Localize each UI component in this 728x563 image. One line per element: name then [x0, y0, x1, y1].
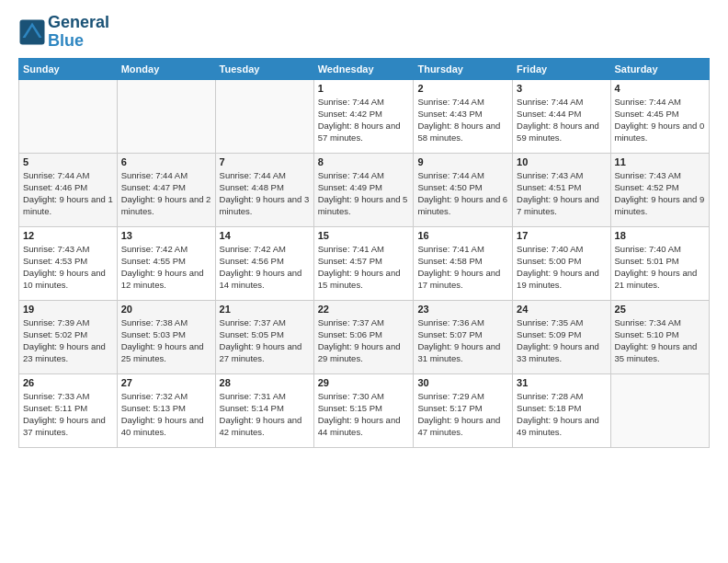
day-number: 21	[220, 304, 310, 315]
weekday-row: SundayMondayTuesdayWednesdayThursdayFrid…	[19, 58, 710, 79]
day-info: Sunrise: 7:39 AM Sunset: 5:02 PM Dayligh…	[23, 316, 113, 365]
day-info: Sunrise: 7:35 AM Sunset: 5:09 PM Dayligh…	[517, 316, 606, 365]
calendar-cell: 11Sunrise: 7:43 AM Sunset: 4:52 PM Dayli…	[610, 153, 709, 226]
day-info: Sunrise: 7:40 AM Sunset: 5:01 PM Dayligh…	[615, 243, 705, 292]
day-number: 1	[318, 83, 410, 94]
weekday-header: Sunday	[19, 58, 118, 79]
day-info: Sunrise: 7:31 AM Sunset: 5:14 PM Dayligh…	[220, 390, 310, 439]
calendar-cell: 8Sunrise: 7:44 AM Sunset: 4:49 PM Daylig…	[313, 153, 414, 226]
day-number: 14	[220, 230, 310, 241]
calendar-cell: 31Sunrise: 7:28 AM Sunset: 5:18 PM Dayli…	[513, 373, 610, 447]
calendar-cell: 22Sunrise: 7:37 AM Sunset: 5:06 PM Dayli…	[313, 300, 414, 373]
day-info: Sunrise: 7:32 AM Sunset: 5:13 PM Dayligh…	[121, 390, 211, 439]
day-number: 12	[23, 230, 113, 241]
calendar-cell: 23Sunrise: 7:36 AM Sunset: 5:07 PM Dayli…	[414, 300, 513, 373]
calendar-week-row: 26Sunrise: 7:33 AM Sunset: 5:11 PM Dayli…	[19, 373, 710, 447]
day-number: 19	[23, 304, 113, 315]
day-info: Sunrise: 7:28 AM Sunset: 5:18 PM Dayligh…	[517, 390, 606, 439]
day-number: 16	[417, 230, 508, 241]
calendar-cell	[117, 79, 215, 153]
header: General Blue	[18, 14, 710, 51]
day-number: 26	[23, 377, 113, 388]
logo: General Blue	[18, 14, 109, 51]
day-number: 25	[615, 304, 705, 315]
day-info: Sunrise: 7:33 AM Sunset: 5:11 PM Dayligh…	[23, 390, 113, 439]
calendar-cell: 10Sunrise: 7:43 AM Sunset: 4:51 PM Dayli…	[513, 153, 610, 226]
day-number: 18	[615, 230, 705, 241]
day-info: Sunrise: 7:37 AM Sunset: 5:06 PM Dayligh…	[318, 316, 410, 365]
calendar-cell: 29Sunrise: 7:30 AM Sunset: 5:15 PM Dayli…	[313, 373, 414, 447]
day-info: Sunrise: 7:44 AM Sunset: 4:48 PM Dayligh…	[220, 169, 310, 218]
day-info: Sunrise: 7:42 AM Sunset: 4:55 PM Dayligh…	[121, 243, 211, 292]
day-info: Sunrise: 7:36 AM Sunset: 5:07 PM Dayligh…	[417, 316, 508, 365]
day-number: 22	[318, 304, 410, 315]
calendar-week-row: 5Sunrise: 7:44 AM Sunset: 4:46 PM Daylig…	[19, 153, 710, 226]
logo-icon	[18, 18, 46, 46]
day-number: 13	[121, 230, 211, 241]
day-number: 30	[417, 377, 508, 388]
calendar-cell: 18Sunrise: 7:40 AM Sunset: 5:01 PM Dayli…	[610, 226, 709, 300]
calendar-cell	[19, 79, 118, 153]
day-info: Sunrise: 7:40 AM Sunset: 5:00 PM Dayligh…	[517, 243, 606, 292]
day-number: 4	[615, 83, 705, 94]
weekday-header: Wednesday	[313, 58, 414, 79]
calendar-cell	[610, 373, 709, 447]
calendar-week-row: 12Sunrise: 7:43 AM Sunset: 4:53 PM Dayli…	[19, 226, 710, 300]
day-number: 6	[121, 156, 211, 167]
weekday-header: Friday	[513, 58, 610, 79]
day-info: Sunrise: 7:44 AM Sunset: 4:45 PM Dayligh…	[615, 96, 705, 144]
calendar-cell: 30Sunrise: 7:29 AM Sunset: 5:17 PM Dayli…	[414, 373, 513, 447]
day-number: 27	[121, 377, 211, 388]
calendar-cell: 24Sunrise: 7:35 AM Sunset: 5:09 PM Dayli…	[513, 300, 610, 373]
calendar-cell: 25Sunrise: 7:34 AM Sunset: 5:10 PM Dayli…	[610, 300, 709, 373]
day-number: 31	[517, 377, 606, 388]
calendar: SundayMondayTuesdayWednesdayThursdayFrid…	[18, 58, 710, 448]
calendar-cell: 7Sunrise: 7:44 AM Sunset: 4:48 PM Daylig…	[215, 153, 313, 226]
calendar-cell: 15Sunrise: 7:41 AM Sunset: 4:57 PM Dayli…	[313, 226, 414, 300]
day-info: Sunrise: 7:41 AM Sunset: 4:57 PM Dayligh…	[318, 243, 410, 292]
day-info: Sunrise: 7:44 AM Sunset: 4:49 PM Dayligh…	[318, 169, 410, 218]
day-number: 5	[23, 156, 113, 167]
day-info: Sunrise: 7:44 AM Sunset: 4:46 PM Dayligh…	[23, 169, 113, 218]
weekday-header: Saturday	[610, 58, 709, 79]
day-info: Sunrise: 7:44 AM Sunset: 4:43 PM Dayligh…	[417, 96, 508, 144]
day-number: 24	[517, 304, 606, 315]
logo-text: General Blue	[48, 14, 109, 51]
calendar-cell	[215, 79, 313, 153]
day-info: Sunrise: 7:44 AM Sunset: 4:42 PM Dayligh…	[318, 96, 410, 144]
day-info: Sunrise: 7:44 AM Sunset: 4:47 PM Dayligh…	[121, 169, 211, 218]
calendar-cell: 1Sunrise: 7:44 AM Sunset: 4:42 PM Daylig…	[313, 79, 414, 153]
calendar-cell: 3Sunrise: 7:44 AM Sunset: 4:44 PM Daylig…	[513, 79, 610, 153]
calendar-cell: 9Sunrise: 7:44 AM Sunset: 4:50 PM Daylig…	[414, 153, 513, 226]
day-info: Sunrise: 7:37 AM Sunset: 5:05 PM Dayligh…	[220, 316, 310, 365]
calendar-cell: 26Sunrise: 7:33 AM Sunset: 5:11 PM Dayli…	[19, 373, 118, 447]
calendar-cell: 28Sunrise: 7:31 AM Sunset: 5:14 PM Dayli…	[215, 373, 313, 447]
weekday-header: Monday	[117, 58, 215, 79]
day-info: Sunrise: 7:41 AM Sunset: 4:58 PM Dayligh…	[417, 243, 508, 292]
day-info: Sunrise: 7:42 AM Sunset: 4:56 PM Dayligh…	[220, 243, 310, 292]
day-number: 15	[318, 230, 410, 241]
calendar-cell: 4Sunrise: 7:44 AM Sunset: 4:45 PM Daylig…	[610, 79, 709, 153]
calendar-cell: 2Sunrise: 7:44 AM Sunset: 4:43 PM Daylig…	[414, 79, 513, 153]
page: General Blue SundayMondayTuesdayWednesda…	[0, 0, 728, 563]
calendar-cell: 12Sunrise: 7:43 AM Sunset: 4:53 PM Dayli…	[19, 226, 118, 300]
day-number: 28	[220, 377, 310, 388]
calendar-cell: 14Sunrise: 7:42 AM Sunset: 4:56 PM Dayli…	[215, 226, 313, 300]
day-number: 2	[417, 83, 508, 94]
calendar-cell: 6Sunrise: 7:44 AM Sunset: 4:47 PM Daylig…	[117, 153, 215, 226]
calendar-cell: 5Sunrise: 7:44 AM Sunset: 4:46 PM Daylig…	[19, 153, 118, 226]
calendar-cell: 27Sunrise: 7:32 AM Sunset: 5:13 PM Dayli…	[117, 373, 215, 447]
day-number: 29	[318, 377, 410, 388]
day-number: 17	[517, 230, 606, 241]
calendar-cell: 21Sunrise: 7:37 AM Sunset: 5:05 PM Dayli…	[215, 300, 313, 373]
calendar-header: SundayMondayTuesdayWednesdayThursdayFrid…	[19, 58, 710, 79]
calendar-cell: 16Sunrise: 7:41 AM Sunset: 4:58 PM Dayli…	[414, 226, 513, 300]
weekday-header: Thursday	[414, 58, 513, 79]
day-number: 3	[517, 83, 606, 94]
calendar-cell: 20Sunrise: 7:38 AM Sunset: 5:03 PM Dayli…	[117, 300, 215, 373]
day-info: Sunrise: 7:34 AM Sunset: 5:10 PM Dayligh…	[615, 316, 705, 365]
day-info: Sunrise: 7:43 AM Sunset: 4:52 PM Dayligh…	[615, 169, 705, 218]
calendar-week-row: 1Sunrise: 7:44 AM Sunset: 4:42 PM Daylig…	[19, 79, 710, 153]
day-number: 20	[121, 304, 211, 315]
weekday-header: Tuesday	[215, 58, 313, 79]
